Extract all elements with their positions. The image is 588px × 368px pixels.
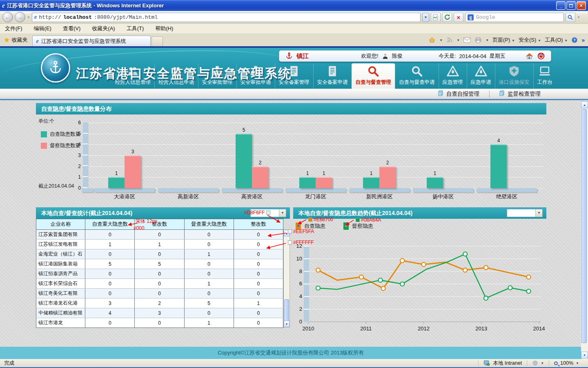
value-cell: 0: [234, 269, 283, 279]
table-row[interactable]: 镇江李长荣综合石0010: [36, 279, 283, 289]
url-field[interactable]: e http://localhost:8080/yjpt/Main.html: [32, 13, 421, 22]
rss-icon[interactable]: [446, 37, 453, 43]
page-scrollbar[interactable]: ▲ ▼: [581, 101, 588, 359]
minimize-button[interactable]: _: [556, 1, 566, 10]
tab-title: 江苏省港口安全监管与应急管理系统: [41, 38, 126, 45]
y-axis-wall: [83, 123, 88, 188]
history-dropdown-icon[interactable]: ▼: [27, 16, 30, 19]
table-row[interactable]: 镇江市港龙0010: [36, 318, 283, 328]
home-shortcut-icon[interactable]: [525, 52, 534, 60]
window-titlebar[interactable]: e 江苏省港口安全监管与应急管理系统 - Windows Internet Ex…: [0, 0, 588, 11]
x-axis-tick-label: 2014: [533, 325, 545, 332]
filter-icon: [532, 360, 538, 366]
subnav-item-1[interactable]: 监督检查管理: [489, 90, 550, 98]
trend-filter-dropdown[interactable]: ▼: [507, 209, 543, 217]
table-row[interactable]: 中储粮镇江粮油有限4300: [36, 308, 283, 318]
page-content: 自查隐患/督查隐患数量分布 单位:个 自查隐患数量督察隐患数量 截止2014.0…: [0, 100, 588, 359]
y-axis-tick-label: 2: [71, 164, 81, 169]
logout-power-icon[interactable]: [537, 52, 545, 60]
zoom-icon: [554, 361, 558, 365]
y-axis-tick-label: 2: [299, 306, 302, 312]
menu-item[interactable]: 帮助(H): [155, 25, 173, 32]
y-axis-tick-label: 6: [299, 280, 302, 287]
command-page[interactable]: 页面(P) ▼: [492, 36, 515, 44]
forward-button[interactable]: →: [15, 12, 25, 22]
nav-item-laptop-11[interactable]: 工作台: [533, 63, 557, 89]
bar-value-label: 1: [299, 171, 316, 176]
mail-icon[interactable]: [463, 37, 471, 43]
nav-item-alert-9[interactable]: 应急申请: [467, 63, 495, 89]
scroll-down-icon[interactable]: ▼: [581, 352, 588, 359]
bar-value-label: 2: [252, 160, 268, 166]
annotation-text: #FFFFFF: [293, 240, 314, 245]
annotation-text: #000: [134, 225, 145, 231]
bar-chart-panel: 自查隐患/督查隐患数量分布 单位:个 自查隐患数量督察隐患数量 截止2014.0…: [36, 103, 546, 200]
back-button[interactable]: ←: [2, 12, 13, 22]
bar-value-label: 3: [125, 149, 141, 155]
help-icon[interactable]: ?: [571, 37, 578, 43]
rss-dropdown-icon[interactable]: ▼: [457, 38, 460, 42]
menu-item[interactable]: 编辑(E): [34, 25, 51, 32]
menu-item[interactable]: 查看(V): [63, 25, 80, 32]
table-scroll-thumb[interactable]: [284, 299, 289, 322]
stop-button[interactable]: ×: [454, 13, 463, 22]
table-row[interactable]: 江苏镇江发电有限1100: [36, 240, 283, 249]
value-cell: 0: [234, 259, 283, 269]
command-security[interactable]: 安全(S) ▼: [519, 36, 541, 44]
print-icon[interactable]: [474, 37, 482, 43]
table-row[interactable]: 镇江恒泰沥青产品0000: [36, 269, 283, 279]
table-row[interactable]: 镇江市港龙石化港3251: [36, 298, 283, 308]
subnav-item-label: 自查自报管理: [446, 90, 479, 98]
print-dropdown-icon[interactable]: ▼: [486, 38, 489, 42]
menu-item[interactable]: 工具(T): [127, 25, 144, 32]
new-tab-stub[interactable]: [151, 36, 163, 46]
favorites-button[interactable]: ★ 收藏夹: [4, 36, 27, 44]
value-cell: 0: [135, 269, 184, 279]
nav-item-search-7[interactable]: 自查与督查申请: [395, 63, 439, 89]
search-input[interactable]: g Google: [465, 13, 564, 22]
search-options-dropdown-icon[interactable]: ▼: [577, 16, 580, 19]
address-dropdown-button[interactable]: ▼: [422, 13, 429, 22]
tab-active[interactable]: e 江苏省港口安全监管与应急管理系统: [32, 36, 151, 46]
overflow-chevron[interactable]: »: [581, 37, 585, 43]
phishing-filter[interactable]: ▼: [527, 360, 549, 366]
zoom-level: 100%: [560, 360, 573, 366]
axis-floor-segment: [285, 188, 346, 192]
value-cell: 0: [135, 249, 184, 259]
nav-item-search-6[interactable]: 自查与督查管理: [352, 63, 395, 89]
company-name-cell: 镇江恒泰沥青产品: [36, 269, 85, 279]
menu-item[interactable]: 文件(F): [5, 25, 22, 32]
close-button[interactable]: ×: [577, 1, 586, 10]
value-cell: 0: [85, 249, 135, 259]
table-column-header: 督查重大隐患数: [184, 219, 234, 230]
home-icon[interactable]: [428, 37, 436, 43]
scroll-up-icon[interactable]: ▲: [581, 101, 588, 108]
nav-item-alert-8[interactable]: 应急管理: [439, 63, 467, 89]
scroll-down-icon[interactable]: ▼: [284, 321, 290, 327]
zoom-control[interactable]: 100% ▼: [549, 360, 584, 366]
home-dropdown-icon[interactable]: ▼: [439, 38, 443, 42]
nav-item-doc-5[interactable]: 安全备案申请: [313, 63, 352, 89]
command-tools[interactable]: 工具(O) ▼: [545, 36, 568, 44]
status-text: 完成: [4, 360, 14, 367]
restore-button[interactable]: [566, 1, 576, 10]
doc-icon: [326, 65, 339, 77]
design-annotation: #000: [134, 225, 145, 231]
compatibility-view-button[interactable]: [431, 13, 441, 22]
axis-floor-segment: [349, 188, 410, 192]
search-button[interactable]: [566, 13, 575, 22]
refresh-icon: [444, 14, 450, 20]
table-row[interactable]: 镇江港国际集装箱5500: [36, 259, 283, 269]
table-row[interactable]: 江苏索普集团有限0000: [36, 230, 283, 240]
refresh-button[interactable]: [442, 13, 452, 22]
tab-favicon-icon: e: [36, 38, 38, 44]
menu-item[interactable]: 收藏夹(A): [92, 25, 115, 32]
page-scroll-thumb[interactable]: [581, 109, 587, 343]
subnav-item-0[interactable]: 自查自报管理: [428, 90, 489, 98]
url-protocol: http://: [39, 14, 61, 20]
table-row[interactable]: 镇江奇美化工有限0000: [36, 289, 283, 298]
data-point-marker: [527, 275, 531, 279]
nav-item-shield-10[interactable]: 港口设施保安: [495, 63, 533, 89]
axis-floor-segment: [413, 188, 473, 192]
table-row[interactable]: 金海宏业（镇江）石0010: [36, 249, 283, 259]
